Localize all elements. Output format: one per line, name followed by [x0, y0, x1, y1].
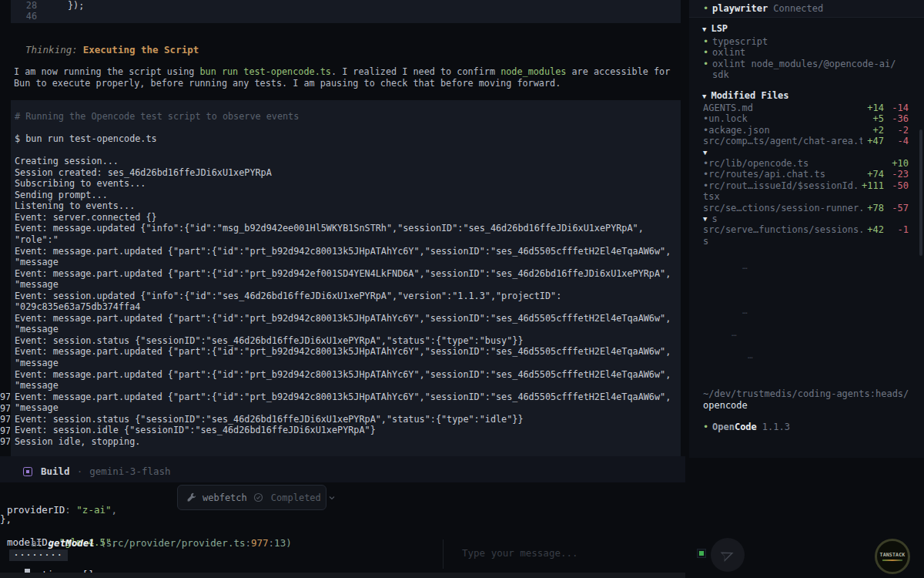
diff-removed: -57 — [889, 203, 909, 213]
separator: · — [77, 465, 83, 477]
check-circle-icon — [253, 492, 263, 502]
modified-files-header[interactable]: ▼Modified Files — [702, 90, 789, 101]
diff-removed: -14 — [889, 102, 909, 113]
app-version: 1.1.3 — [762, 422, 790, 432]
opencode-app: 28}); 46 Thinking:Executing the Script I… — [0, 0, 924, 578]
terminal-line: Event: message.part.updated {"part":{"id… — [15, 246, 681, 257]
workdir-branch: opencode — [703, 400, 909, 412]
terminal-output: # Running the Opencode test script to ob… — [11, 100, 681, 456]
chevron-down-icon[interactable] — [327, 493, 336, 502]
masked-text: ········ — [9, 549, 68, 561]
assistant-message: I am now running the script using bun ru… — [14, 66, 682, 89]
line-number: 46 — [11, 12, 37, 22]
text-segment: : — [269, 537, 275, 549]
gutter-line-number: 97 — [0, 414, 10, 425]
modified-file-row[interactable]: src/serve…functions/sessions.t+42-1 — [703, 224, 909, 235]
sidebar-scrollbar[interactable] — [919, 129, 922, 256]
thinking-label: Thinking: — [25, 44, 78, 55]
diff-removed: -1 — [889, 224, 909, 235]
thinking-heading: Thinking:Executing the Script — [25, 44, 199, 55]
code-text: }); — [68, 0, 84, 11]
lsp-header-label: LSP — [711, 23, 728, 34]
app-name: Open — [712, 422, 735, 432]
diff-added: +78 — [867, 203, 884, 213]
terminal-line: Listening to events... — [15, 200, 681, 212]
webfetch-tool-pill[interactable]: webfetch Completed — [177, 485, 326, 510]
file-name: src/serve…functions/sessions.t — [703, 224, 862, 235]
text-segment: node_modules — [500, 66, 566, 77]
line-number: 28 — [11, 1, 37, 12]
modified-file-row[interactable]: src/comp…ts/agent/chat-area.ts+47-4 — [703, 136, 909, 146]
diff-added: +10 — [892, 158, 909, 169]
collapse-triangle-icon[interactable]: ▼ — [702, 92, 706, 100]
line-gutter: 9797979797 — [0, 391, 10, 448]
text-segment: at — [31, 537, 49, 549]
collapse-triangle-icon[interactable]: ▼ — [702, 25, 706, 33]
gutter-line-number: 97 — [0, 436, 10, 448]
diff-removed: -36 — [889, 113, 909, 124]
modified-file-row[interactable]: tsx — [703, 191, 909, 202]
text-segment: I am now running the script using — [14, 66, 199, 77]
agent-selector[interactable]: Build · gemini-3-flash — [23, 465, 171, 477]
terminal-line: Subscribing to events... — [15, 178, 681, 190]
lsp-item-label: oxlint — [712, 47, 897, 58]
text-segment: . I realized I need to confirm — [331, 66, 500, 77]
text-segment: : — [245, 537, 251, 549]
diff-removed: -50 — [889, 180, 909, 191]
terminal-line: "message — [15, 358, 681, 369]
terminal-line: Event: message.part.updated {"part":{"id… — [15, 391, 681, 403]
text-segment: providerID — [7, 504, 65, 516]
modified-file-row[interactable]: •ackage.json+2-2 — [703, 125, 909, 136]
terminal-line: Session created: ses_46d26bd16ffeJDi6xU1… — [15, 167, 681, 179]
input-divider — [443, 539, 444, 569]
wrench-icon — [186, 492, 196, 502]
text-segment: bun run test-opencode.ts — [199, 66, 330, 77]
modified-file-row[interactable]: AGENTS.md+14-14 — [703, 102, 909, 113]
modified-file-row[interactable]: ▼s — [703, 213, 909, 224]
diff-removed: -23 — [889, 169, 909, 180]
stack-trace-frame: at getModel (src/provider/provider.ts:97… — [31, 537, 292, 549]
modified-file-row[interactable]: src/se…ctions/session-runner.+78-57 — [703, 203, 909, 213]
collapse-triangle-icon[interactable]: ▼ — [703, 147, 707, 158]
modified-file-row[interactable]: •rc/routes/api.chat.ts+74-23 — [703, 169, 909, 180]
message-input[interactable]: Type your message... — [462, 547, 578, 559]
text-segment: , — [111, 504, 117, 516]
terminal-line: "message — [15, 279, 681, 291]
text-segment: 13) — [274, 537, 292, 549]
bullet-icon: • — [703, 36, 712, 47]
diff-added: +5 — [873, 113, 884, 124]
diff-removed: -2 — [889, 125, 909, 136]
modified-file-row[interactable]: •un.lock+5-36 — [703, 113, 909, 124]
file-name: •un.lock — [703, 113, 869, 124]
collapse-triangle-icon[interactable]: ▼ — [703, 213, 707, 224]
lsp-section-header[interactable]: ▼LSP — [702, 23, 728, 34]
file-name: s — [703, 236, 909, 247]
diff-added: +74 — [867, 169, 884, 180]
diff-removed: -4 — [889, 136, 909, 146]
code-line: 28}); — [11, 1, 681, 12]
modified-file-row[interactable]: ▼ — [703, 147, 909, 158]
tanstack-devtools-button[interactable]: TANSTACK — [875, 539, 910, 574]
tool-name: webfetch — [203, 492, 247, 503]
terminal-line: "message — [15, 402, 681, 414]
bullet-icon: • — [703, 47, 712, 58]
modified-files-label: Modified Files — [711, 90, 788, 101]
modified-file-row[interactable]: •rc/rout…issueId/$sessionId.+111-50 — [703, 180, 909, 191]
terminal-line: Event: message.part.updated {"part":{"id… — [15, 313, 681, 324]
thinking-title: Executing the Script — [83, 44, 199, 55]
terminal-line: Session idle, stopping. — [15, 436, 681, 448]
terminal-line: "message — [15, 324, 681, 335]
diff-added: +2 — [873, 125, 884, 136]
text-segment: : — [65, 504, 76, 516]
modified-file-row[interactable]: •rc/lib/opencode.ts+10 — [703, 158, 909, 169]
bullet-icon: • — [703, 422, 712, 432]
lsp-item: •oxlint node_modules/@opencode-ai/sdk — [703, 59, 899, 81]
terminal-line: "message — [15, 257, 681, 268]
error-code-frame: providerID: "z-ai", modelID: "glm-4.5", … — [7, 483, 117, 578]
file-name — [711, 147, 909, 158]
send-button[interactable] — [711, 538, 745, 572]
diff-added: +111 — [862, 180, 884, 191]
terminal-line: "message — [15, 380, 681, 391]
modified-file-row[interactable]: s — [703, 236, 909, 247]
tool-status: Completed — [271, 492, 321, 503]
